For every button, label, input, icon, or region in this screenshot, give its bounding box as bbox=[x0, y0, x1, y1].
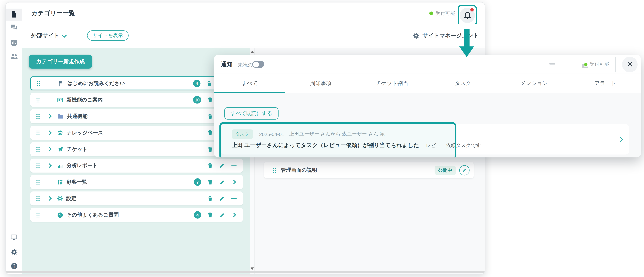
tab-announcements[interactable]: 周知事項 bbox=[285, 74, 356, 93]
expand-toggle[interactable] bbox=[44, 197, 54, 200]
delete-button[interactable] bbox=[207, 162, 213, 169]
open-category-button[interactable] bbox=[230, 212, 237, 218]
delete-button[interactable] bbox=[207, 113, 213, 120]
tab-mentions[interactable]: メンション bbox=[498, 74, 570, 93]
notification-highlight-annotation bbox=[219, 122, 456, 157]
edit-article-button[interactable] bbox=[459, 165, 470, 175]
notification-sub-message: レビュー依頼タスクです bbox=[426, 142, 481, 148]
category-row[interactable]: はじめにお読みください 4 bbox=[30, 76, 243, 90]
drag-handle-icon[interactable] bbox=[36, 130, 40, 136]
trash-icon bbox=[206, 80, 212, 86]
drag-handle-icon[interactable] bbox=[36, 179, 40, 185]
category-row[interactable]: 設定 bbox=[30, 192, 243, 206]
sidebar-item-documents[interactable] bbox=[6, 9, 22, 20]
category-row[interactable]: 共通機能 bbox=[30, 109, 243, 123]
scroll-down-arrow[interactable] bbox=[251, 268, 254, 270]
tab-alerts[interactable]: アラート bbox=[570, 74, 641, 93]
edit-button[interactable] bbox=[218, 195, 225, 202]
main-header: カテゴリー一覧 受付可能 bbox=[22, 2, 485, 24]
trash-icon bbox=[207, 130, 213, 136]
sidebar-item-screen[interactable] bbox=[6, 232, 22, 243]
chevron-right-icon bbox=[47, 163, 52, 168]
unread-only-toggle[interactable] bbox=[252, 61, 264, 68]
delete-button[interactable] bbox=[207, 179, 213, 186]
sidebar-item-users[interactable] bbox=[6, 50, 22, 62]
category-row[interactable]: 顧客一覧 7 bbox=[30, 175, 243, 189]
status-dot-icon bbox=[584, 63, 588, 66]
status-label: 受付可能 bbox=[436, 10, 455, 17]
category-row[interactable]: 新機能のご案内 10 bbox=[30, 93, 243, 107]
sidebar bbox=[6, 2, 23, 274]
pencil-icon bbox=[219, 212, 225, 218]
notification-header: 通知 未読のみ 受付可能 bbox=[214, 55, 641, 74]
trash-icon bbox=[207, 196, 213, 202]
category-label: 設定 bbox=[66, 195, 76, 202]
category-row[interactable]: その他よくあるご質問 4 bbox=[30, 208, 243, 222]
chevron-right-icon[interactable] bbox=[618, 137, 623, 142]
close-icon bbox=[627, 61, 633, 67]
edit-button[interactable] bbox=[218, 212, 225, 218]
expand-toggle[interactable] bbox=[44, 115, 54, 118]
article-row[interactable]: 管理画面の説明 公開中 bbox=[264, 162, 474, 178]
notification-item[interactable]: タスク 2025-04-01 上田ユーザー さんから 森ユーザー さん 宛 上田… bbox=[221, 124, 629, 154]
drag-handle-icon[interactable] bbox=[36, 212, 40, 218]
view-site-button[interactable]: サイトを表示 bbox=[87, 30, 128, 41]
drag-handle-icon[interactable] bbox=[36, 97, 40, 103]
drag-handle-icon[interactable] bbox=[36, 80, 41, 86]
mark-all-read-button[interactable]: すべて既読にする bbox=[224, 107, 278, 120]
delete-button[interactable] bbox=[207, 212, 213, 218]
horizontal-scrollbar[interactable] bbox=[6, 271, 485, 273]
knowledge-base-icon bbox=[57, 130, 63, 136]
close-button[interactable] bbox=[622, 56, 638, 72]
chevron-right-icon bbox=[47, 130, 52, 135]
trash-icon bbox=[207, 179, 213, 185]
expand-toggle[interactable] bbox=[44, 131, 54, 134]
site-selector-label: 外部サイト bbox=[31, 32, 59, 40]
site-management-label: サイトマネージメント bbox=[422, 32, 479, 40]
drag-handle-icon[interactable] bbox=[36, 162, 40, 169]
drag-handle-icon[interactable] bbox=[36, 113, 40, 120]
category-row[interactable]: ナレッジベース bbox=[30, 126, 243, 140]
availability-status: 受付可能 bbox=[429, 2, 455, 24]
ticket-icon bbox=[57, 146, 63, 152]
customers-icon bbox=[57, 179, 63, 185]
edit-button[interactable] bbox=[218, 179, 225, 186]
edit-button[interactable] bbox=[218, 162, 225, 169]
sidebar-item-analytics[interactable] bbox=[6, 37, 22, 48]
open-category-button[interactable] bbox=[230, 179, 237, 186]
tab-label: すべて bbox=[241, 80, 258, 87]
tab-all[interactable]: すべて bbox=[214, 74, 285, 93]
tab-ticket-assignment[interactable]: チケット割当 bbox=[356, 74, 428, 93]
new-category-button[interactable]: カテゴリー新規作成 bbox=[29, 55, 92, 69]
delete-button[interactable] bbox=[206, 80, 212, 87]
count-badge: 4 bbox=[194, 211, 201, 218]
sidebar-item-chat[interactable] bbox=[6, 21, 22, 33]
add-subcategory-button[interactable] bbox=[230, 162, 237, 169]
category-row[interactable]: チケット bbox=[30, 142, 243, 156]
faq-icon bbox=[57, 212, 63, 218]
tab-tasks[interactable]: タスク bbox=[428, 74, 498, 93]
chevron-right-icon bbox=[232, 212, 236, 217]
category-label: チケット bbox=[66, 146, 88, 153]
drag-handle-icon[interactable] bbox=[36, 196, 40, 202]
expand-toggle[interactable] bbox=[44, 164, 54, 167]
site-management-link[interactable]: サイトマネージメント bbox=[413, 24, 479, 48]
monitor-icon bbox=[10, 234, 18, 241]
site-selector[interactable]: 外部サイト bbox=[31, 24, 66, 48]
drag-handle-icon[interactable] bbox=[272, 167, 277, 173]
delete-button[interactable] bbox=[207, 96, 213, 103]
status-label: 受付可能 bbox=[590, 61, 609, 68]
delete-button[interactable] bbox=[207, 146, 213, 152]
delete-button[interactable] bbox=[207, 130, 213, 136]
sidebar-item-help[interactable] bbox=[6, 260, 22, 272]
expand-toggle[interactable] bbox=[44, 148, 54, 151]
document-icon bbox=[10, 11, 18, 18]
category-row[interactable]: 分析レポート bbox=[30, 159, 243, 172]
delete-button[interactable] bbox=[207, 195, 213, 202]
add-subcategory-button[interactable] bbox=[230, 195, 237, 202]
drag-handle-icon[interactable] bbox=[36, 146, 40, 152]
scroll-up-arrow[interactable] bbox=[251, 50, 254, 53]
pencil-icon bbox=[219, 196, 225, 202]
sidebar-item-settings[interactable] bbox=[6, 246, 22, 258]
notification-bell-button[interactable] bbox=[460, 8, 475, 23]
